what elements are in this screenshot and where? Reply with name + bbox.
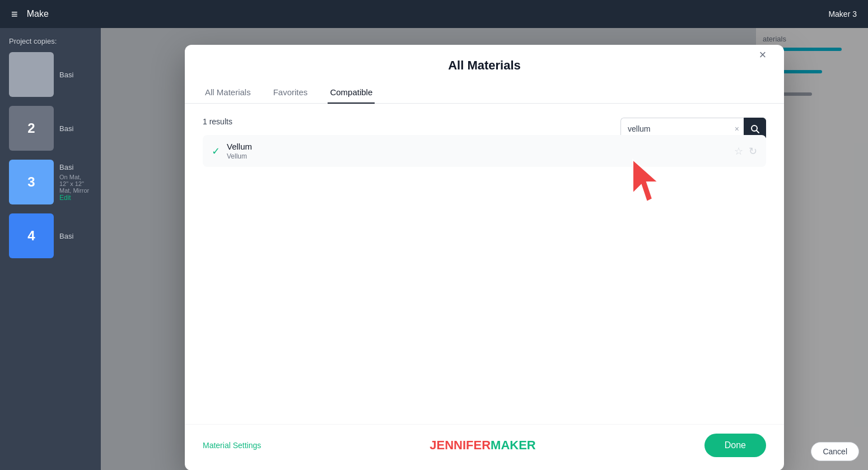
project-label: Basi: [59, 124, 73, 133]
tab-compatible[interactable]: Compatible: [328, 82, 375, 104]
project-list: Basi 2 Basi 3: [9, 52, 92, 258]
refresh-icon[interactable]: ↻: [749, 145, 757, 157]
material-sub: Vellum: [227, 152, 727, 160]
materials-modal: All Materials × All Materials Favorites: [185, 45, 784, 470]
tab-bar: All Materials Favorites Compatible: [185, 82, 784, 104]
list-item: 4 Basi: [9, 213, 92, 258]
material-settings-link[interactable]: Material Settings: [203, 441, 261, 450]
modal-header: All Materials ×: [185, 45, 784, 73]
tabs-area: All Materials Favorites Compatible: [185, 73, 784, 104]
favorite-icon[interactable]: ☆: [734, 145, 743, 157]
main-content: aterials ss c All Materials ×: [101, 28, 868, 470]
material-actions: ☆ ↻: [734, 145, 757, 157]
device-name: Maker 3: [828, 10, 857, 18]
project-label: Basi: [59, 71, 73, 79]
modal-title: All Materials: [448, 58, 521, 73]
tab-favorites[interactable]: Favorites: [271, 82, 310, 104]
brand-maker: MAKER: [491, 438, 536, 453]
project-thumb: 4: [9, 213, 54, 258]
material-row[interactable]: ✓ Vellum Vellum ☆ ↻: [203, 135, 766, 167]
list-item: 3 Basi On Mat, 12" x 12" Mat, Mirror Edi…: [9, 160, 92, 204]
brand-logo: JENNIFER MAKER: [430, 438, 535, 453]
tab-all-materials[interactable]: All Materials: [203, 82, 253, 104]
modal-body: 1 results ✓ Vellum Vellum ☆ ↻: [185, 104, 784, 424]
material-name: Vellum: [227, 142, 727, 151]
close-button[interactable]: ×: [753, 45, 773, 65]
app-title: Make: [27, 9, 49, 19]
svg-line-1: [757, 131, 759, 133]
brand-jennifer: JENNIFER: [430, 438, 491, 453]
project-thumb: 2: [9, 106, 54, 151]
project-number: 4: [27, 228, 35, 244]
project-number: 3: [27, 174, 35, 190]
project-info: On Mat, 12" x 12" Mat, Mirror: [59, 174, 92, 194]
project-thumb: 3: [9, 160, 54, 204]
modal-footer: Material Settings JENNIFER MAKER Done: [185, 424, 784, 470]
project-label: Basi: [59, 163, 92, 171]
clear-search-button[interactable]: ×: [735, 124, 739, 133]
menu-icon[interactable]: ≡: [11, 8, 18, 21]
project-edit-link[interactable]: Edit: [59, 194, 92, 202]
cancel-button[interactable]: Cancel: [811, 442, 859, 461]
sidebar: Project copies: Basi 2 Basi: [0, 28, 101, 470]
project-number: 2: [27, 120, 35, 136]
material-info: Vellum Vellum: [227, 142, 727, 160]
search-icon: [750, 124, 759, 133]
list-item: 2 Basi: [9, 106, 92, 151]
done-button[interactable]: Done: [704, 434, 766, 457]
project-thumb: [9, 52, 54, 97]
check-icon: ✓: [212, 145, 220, 157]
modal-overlay: All Materials × All Materials Favorites: [101, 28, 868, 470]
project-label: Basi: [59, 232, 73, 240]
app-background: ≡ Make Maker 3 Project copies: Basi: [0, 0, 868, 470]
app-body: Project copies: Basi 2 Basi: [0, 28, 868, 470]
list-item: Basi: [9, 52, 92, 97]
sidebar-label: Project copies:: [9, 37, 92, 45]
app-header: ≡ Make Maker 3: [0, 0, 868, 28]
